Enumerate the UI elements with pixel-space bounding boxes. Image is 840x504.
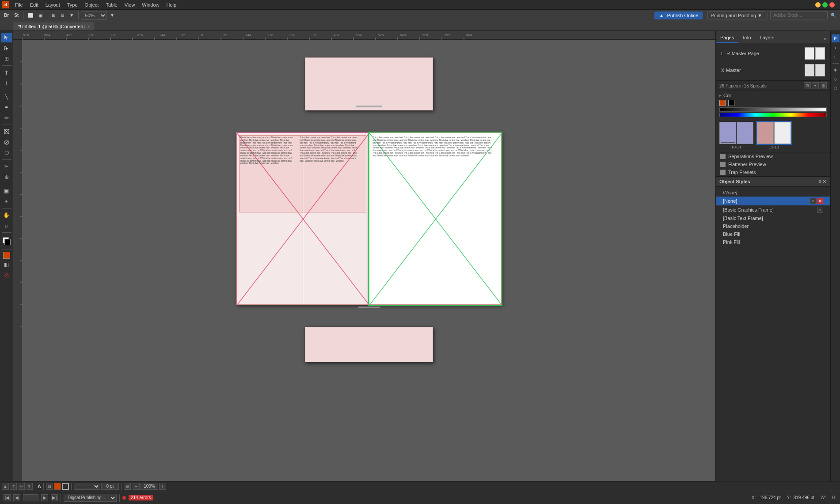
- obj-style-edit-btn[interactable]: ✏: [810, 198, 816, 204]
- page-bottom-single[interactable]: [305, 327, 433, 362]
- menu-file[interactable]: File: [11, 1, 27, 8]
- bt-select-btn[interactable]: ▲: [2, 483, 9, 490]
- bt-align-left-btn[interactable]: ⊡: [46, 483, 53, 490]
- tab-pages[interactable]: Pages: [716, 33, 738, 43]
- apply-color-btn[interactable]: [3, 252, 10, 259]
- gradient-tool[interactable]: ▣: [1, 186, 12, 196]
- status-first-page-btn[interactable]: |◀: [4, 494, 11, 501]
- bt-stroke-weight[interactable]: [101, 483, 119, 490]
- flattener-preview-item[interactable]: Flattener Preview: [716, 160, 830, 168]
- free-transform-tool[interactable]: ⊕: [1, 172, 12, 182]
- align-options-btn[interactable]: ▼: [67, 11, 76, 20]
- spread-thumb-10-11[interactable]: 10-11: [719, 122, 753, 149]
- bt-stroke-select[interactable]: ——————: [74, 483, 100, 490]
- obj-style-basic-graphics-edit[interactable]: ✏: [817, 207, 823, 213]
- obj-style-pink-fill[interactable]: Pink Fill: [716, 238, 830, 246]
- bt-zoom-out-btn[interactable]: −: [133, 483, 140, 490]
- status-next-page-btn[interactable]: ▶: [41, 494, 48, 501]
- zoom-select[interactable]: 50% 100% 150% 200%: [81, 11, 107, 20]
- pages-new-btn[interactable]: +: [812, 82, 819, 89]
- trap-presets-item[interactable]: Trap Presets: [716, 168, 830, 176]
- obj-style-blue-fill[interactable]: Blue Fill: [716, 230, 830, 238]
- bt-rotate-btn[interactable]: ↺: [10, 483, 17, 490]
- select-tool[interactable]: [1, 33, 12, 42]
- ltr-master-row[interactable]: LTR-Master Page: [719, 46, 827, 61]
- pages-view-btn[interactable]: ⊞: [804, 82, 811, 89]
- obj-styles-menu-btn[interactable]: ≡: [818, 178, 821, 185]
- menu-table[interactable]: Table: [102, 1, 121, 8]
- stroke-color-indicator[interactable]: [728, 100, 734, 106]
- far-right-layers-btn[interactable]: L: [832, 53, 840, 61]
- status-last-page-btn[interactable]: ▶|: [51, 494, 58, 501]
- bt-zoom-input[interactable]: [141, 483, 158, 490]
- menu-edit[interactable]: Edit: [27, 1, 42, 8]
- page-right[interactable]: This is live content now - woo hoo! This…: [369, 133, 502, 305]
- tab-layers[interactable]: Layers: [756, 33, 779, 43]
- apply-none-btn[interactable]: ⊘: [1, 270, 12, 280]
- pen-tool[interactable]: ✒: [1, 102, 12, 112]
- spread-thumb-12-13[interactable]: 12-13: [757, 122, 791, 149]
- direct-select-tool[interactable]: [1, 43, 12, 53]
- search-input[interactable]: [770, 11, 828, 19]
- sep-preview-item[interactable]: Separations Preview: [716, 152, 830, 160]
- pages-delete-btn[interactable]: 🗑: [820, 82, 827, 89]
- bridge-app-btn[interactable]: Br: [2, 11, 11, 20]
- menu-object[interactable]: Object: [81, 1, 103, 8]
- far-right-info-btn[interactable]: i: [832, 44, 840, 52]
- zoom-dropdown-btn[interactable]: ▼: [108, 11, 117, 20]
- menu-help[interactable]: Help: [163, 1, 180, 8]
- page-left[interactable]: This is live content now - woo hoo! This…: [236, 133, 369, 305]
- window-zoom-btn[interactable]: [822, 2, 828, 8]
- bt-fill-btn[interactable]: [54, 483, 61, 490]
- menu-view[interactable]: View: [121, 1, 139, 8]
- bt-flip-v-btn[interactable]: ⇕: [26, 483, 33, 490]
- eyedropper-tool[interactable]: ⌖: [1, 197, 12, 206]
- obj-style-basic-graphics[interactable]: [Basic Graphics Frame] ✏: [716, 205, 830, 214]
- bt-align-btn-row[interactable]: ⊞: [124, 483, 131, 490]
- error-count[interactable]: 214 errors: [129, 495, 153, 500]
- window-minimize-btn[interactable]: [815, 2, 821, 8]
- obj-style-none-selected[interactable]: [None] ✏ ✕: [716, 197, 830, 205]
- bt-stroke-btn[interactable]: [62, 483, 69, 490]
- window-close-btn[interactable]: [829, 2, 835, 8]
- polygon-frame-tool[interactable]: ⬡: [1, 148, 12, 158]
- object-styles-header[interactable]: Object Styles ≡ ✕: [716, 177, 830, 187]
- transform-options-btn[interactable]: ▣: [36, 11, 45, 20]
- hand-tool[interactable]: ✋: [1, 210, 12, 220]
- rect-frame-tool[interactable]: [1, 127, 12, 136]
- far-right-sep-preview-btn[interactable]: ◈: [832, 66, 840, 74]
- publish-online-btn[interactable]: ▲ Publish Online: [654, 11, 703, 19]
- scissors-tool[interactable]: ✂: [1, 162, 12, 171]
- line-tool[interactable]: ╲: [1, 92, 12, 102]
- page-top-single[interactable]: [305, 57, 433, 110]
- color-gradient-bar-2[interactable]: [719, 113, 827, 117]
- status-prev-page-btn[interactable]: ◀: [13, 494, 20, 501]
- far-right-trap-btn[interactable]: ⬡: [832, 84, 840, 92]
- document-tab[interactable]: *Untitled-1 @ 50% [Converted] ×: [13, 22, 95, 30]
- fill-stroke-indicator[interactable]: [1, 235, 12, 247]
- menu-window[interactable]: Window: [138, 1, 163, 8]
- type-path-tool[interactable]: ⌇: [1, 78, 12, 88]
- bt-flip-h-btn[interactable]: ⇔: [18, 483, 25, 490]
- fill-color-indicator[interactable]: [719, 100, 726, 106]
- panel-collapse-btn[interactable]: »: [822, 35, 829, 43]
- zoom-tool[interactable]: ⌕: [1, 221, 12, 231]
- obj-styles-close-btn[interactable]: ✕: [822, 178, 827, 185]
- obj-style-del-btn[interactable]: ✕: [817, 198, 823, 204]
- printing-proofing-btn[interactable]: Printing and Proofing ▼: [707, 11, 765, 19]
- tab-info[interactable]: Info: [738, 33, 755, 43]
- bt-zoom-in-btn[interactable]: +: [159, 483, 166, 490]
- ellipse-frame-tool[interactable]: [1, 137, 12, 147]
- align-btn[interactable]: ⊞: [49, 11, 57, 20]
- canvas-content[interactable]: This is live content now - woo hoo! This…: [22, 40, 715, 502]
- distribute-btn[interactable]: ⊟: [58, 11, 66, 20]
- far-right-flat-preview-btn[interactable]: ◇: [832, 75, 840, 83]
- page-tool[interactable]: ⊞: [1, 54, 12, 64]
- x-master-row[interactable]: X-Master: [719, 63, 827, 78]
- pencil-tool[interactable]: ✏: [1, 113, 12, 123]
- status-view-mode-select[interactable]: Digital Publishing ... Print: [64, 494, 117, 502]
- obj-style-placeholder[interactable]: Placeholder: [716, 222, 830, 230]
- tab-close-btn[interactable]: ×: [87, 24, 90, 29]
- obj-style-basic-text[interactable]: [Basic Text Frame]: [716, 214, 830, 222]
- menu-type[interactable]: Type: [64, 1, 81, 8]
